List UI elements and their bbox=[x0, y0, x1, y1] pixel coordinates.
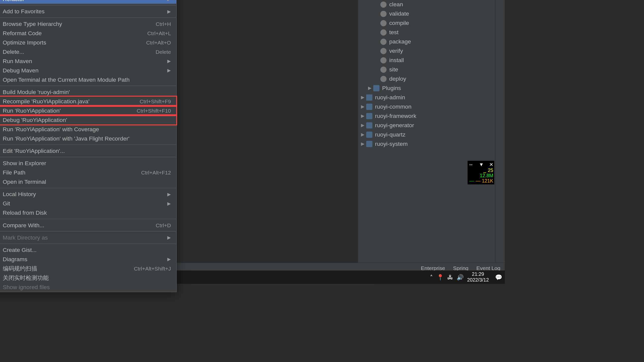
tray-network-icon[interactable]: 🖧 bbox=[447, 274, 453, 280]
right-tool-gutter: CodeGlance Maven Key Promoter X bbox=[495, 0, 505, 262]
maven-plugins[interactable]: ▶Plugins bbox=[358, 83, 495, 93]
ctx-diagrams[interactable]: Diagrams▶ bbox=[0, 255, 176, 264]
maven-install[interactable]: install bbox=[358, 56, 495, 65]
maven-tree[interactable]: ▼ruoyi (root)▼Lifecyclecleanvalidatecomp… bbox=[358, 0, 495, 262]
ctx-show-ignored-files: •Show ignored files bbox=[0, 283, 176, 292]
tray-chevron-icon[interactable]: ˄ bbox=[430, 274, 433, 280]
ctx-debug-maven[interactable]: mDebug Maven▶ bbox=[0, 66, 176, 75]
toolwindow-maven[interactable]: Maven bbox=[494, 0, 499, 259]
maven-ruoyi-system[interactable]: ▶ruoyi-system bbox=[358, 139, 495, 148]
bottom-tab-enterprise[interactable]: Enterprise bbox=[421, 265, 445, 271]
maven-ruoyi-quartz[interactable]: ▶ruoyi-quartz bbox=[358, 130, 495, 139]
maven-deploy[interactable]: deploy bbox=[358, 74, 495, 83]
taskbar-clock[interactable]: 21:29 2022/3/12 bbox=[467, 272, 492, 283]
maven-validate[interactable]: validate bbox=[358, 9, 495, 18]
memory-indicator: ↔▼✕ ⎯ 25 12.8M — — 121K bbox=[468, 161, 494, 184]
ctx-file-path[interactable]: File PathCtrl+Alt+F12 bbox=[0, 168, 176, 177]
toolwindow-codeglance[interactable]: CodeGlance bbox=[499, 0, 505, 259]
ctx-open-terminal-at-the-current-maven-module-path[interactable]: mOpen Terminal at the Current Maven Modu… bbox=[0, 75, 176, 84]
ctx-reformat-code[interactable]: Reformat CodeCtrl+Alt+L bbox=[0, 28, 176, 38]
ctx-------[interactable]: 📋编码规约扫描Ctrl+Alt+Shift+J bbox=[0, 264, 176, 273]
ctx-edit--ruoyiapplication----[interactable]: ✎Edit 'RuoYiApplication'... bbox=[0, 146, 176, 155]
maven-ruoyi-common[interactable]: ▶ruoyi-common bbox=[358, 102, 495, 111]
ctx-create-gist---[interactable]: ◯Create Gist... bbox=[0, 245, 176, 255]
ctx-reload-from-disk[interactable]: ⟳Reload from Disk bbox=[0, 208, 176, 217]
maven-ruoyi-generator[interactable]: ▶ruoyi-generator bbox=[358, 120, 495, 130]
ctx-open-in-terminal[interactable]: >_Open in Terminal bbox=[0, 177, 176, 187]
tray-location-icon[interactable]: 📍 bbox=[437, 274, 444, 280]
bottom-tab-eventlog[interactable]: Event Log bbox=[476, 265, 500, 271]
ctx-git[interactable]: Git▶ bbox=[0, 199, 176, 208]
ctx-build-module--ruoyi-admin-[interactable]: Build Module 'ruoyi-admin' bbox=[0, 87, 176, 97]
maven-package[interactable]: package bbox=[358, 37, 495, 46]
ctx-run--ruoyiapplication--with-coverage[interactable]: 🛡Run 'RuoYiApplication' with Coverage bbox=[0, 124, 176, 134]
ctx---------[interactable]: 👁关闭实时检测功能 bbox=[0, 273, 176, 283]
ctx-add-to-favorites[interactable]: Add to Favorites▶ bbox=[0, 7, 176, 16]
ctx-optimize-imports[interactable]: Optimize ImportsCtrl+Alt+O bbox=[0, 38, 176, 47]
context-menu[interactable]: New▶✂CutCtrl+XCopy▶📋PasteCtrl+VFind Usag… bbox=[0, 0, 177, 292]
ctx-refactor[interactable]: Refactor▶ bbox=[0, 0, 176, 4]
bottom-tab-spring[interactable]: Spring bbox=[453, 265, 468, 271]
maven-site[interactable]: site bbox=[358, 65, 495, 74]
ctx-run--ruoyiapplication-[interactable]: ▶Run 'RuoYiApplication'Ctrl+Shift+F10 bbox=[0, 106, 176, 115]
maven-ruoyi-admin[interactable]: ▶ruoyi-admin bbox=[358, 93, 495, 102]
maven-clean[interactable]: clean bbox=[358, 0, 495, 9]
maven-verify[interactable]: verify bbox=[358, 46, 495, 56]
ctx-local-history[interactable]: Local History▶ bbox=[0, 190, 176, 199]
maven-panel: Maven ⚙ — ⟳ 📁 ⬇ ＋ ▶ m ⧸ ◉ Ξ » ▼ruoyi (ro… bbox=[358, 0, 495, 262]
tray-volume-icon[interactable]: 🔊 bbox=[457, 274, 464, 280]
ctx-debug--ruoyiapplication-[interactable]: 🐞Debug 'RuoYiApplication' bbox=[0, 115, 176, 124]
ctx-show-in-explorer[interactable]: Show in Explorer bbox=[0, 159, 176, 168]
ctx-mark-directory-as: Mark Directory as▶ bbox=[0, 233, 176, 242]
maven-test[interactable]: test bbox=[358, 28, 495, 37]
ctx-recompile--ruoyiapplication-java-[interactable]: Recompile 'RuoYiApplication.java'Ctrl+Sh… bbox=[0, 97, 176, 106]
ctx-compare-with---[interactable]: ⇄Compare With...Ctrl+D bbox=[0, 220, 176, 230]
ctx-run--ruoyiapplication--with--java-flight-recorder-[interactable]: ◉Run 'RuoYiApplication' with 'Java Fligh… bbox=[0, 134, 176, 143]
maven-ruoyi-framework[interactable]: ▶ruoyi-framework bbox=[358, 111, 495, 120]
toolwindow-keypromoter[interactable]: Key Promoter X bbox=[489, 0, 494, 259]
ctx-browse-type-hierarchy[interactable]: Browse Type HierarchyCtrl+H bbox=[0, 19, 176, 28]
maven-compile[interactable]: compile bbox=[358, 18, 495, 28]
tray-notifications-icon[interactable]: 💬 bbox=[495, 274, 502, 280]
ctx-delete---[interactable]: Delete...Delete bbox=[0, 47, 176, 56]
ctx-run-maven[interactable]: mRun Maven▶ bbox=[0, 56, 176, 66]
